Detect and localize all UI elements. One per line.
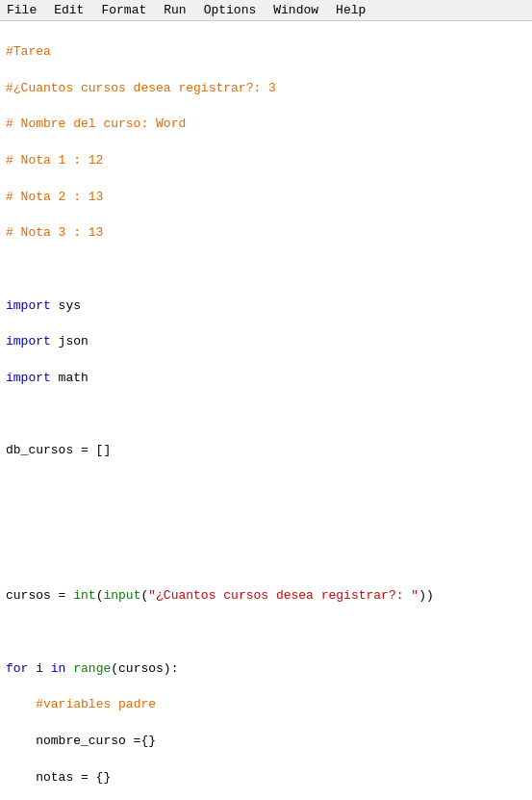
code-editor[interactable]: #Tarea #¿Cuantos cursos desea registrar?… (0, 21, 532, 800)
code-line: # Nota 2 : 13 (6, 189, 526, 207)
blank-line (6, 624, 526, 642)
code-line: # Nota 3 : 13 (6, 224, 526, 243)
menu-run[interactable]: Run (161, 2, 189, 18)
menu-options[interactable]: Options (201, 2, 260, 18)
menu-window[interactable]: Window (270, 2, 321, 18)
code-line: import sys (6, 297, 526, 316)
code-line: for i in range(cursos): (6, 660, 526, 679)
code-line: #variables padre (6, 696, 526, 714)
code-line: # Nota 1 : 12 (6, 152, 526, 170)
code-line: #Tarea (6, 43, 526, 62)
blank-line (6, 406, 526, 425)
menu-help[interactable]: Help (333, 2, 368, 18)
blank-line (6, 515, 526, 533)
code-line: nombre_curso ={} (6, 733, 526, 751)
menu-format[interactable]: Format (98, 2, 149, 18)
code-line: # Nombre del curso: Word (6, 116, 526, 134)
code-line: notas = {} (6, 769, 526, 787)
blank-line (6, 261, 526, 279)
blank-line (6, 478, 526, 497)
menu-bar: File Edit Format Run Options Window Help (0, 0, 532, 21)
code-line: db_cursos = [] (6, 442, 526, 460)
code-line: import json (6, 333, 526, 351)
code-line: import math (6, 370, 526, 388)
menu-edit[interactable]: Edit (51, 2, 87, 18)
code-line: cursos = int(input("¿Cuantos cursos dese… (6, 587, 526, 606)
menu-file[interactable]: File (4, 2, 39, 18)
code-line: #¿Cuantos cursos desea registrar?: 3 (6, 80, 526, 98)
blank-line (6, 551, 526, 569)
